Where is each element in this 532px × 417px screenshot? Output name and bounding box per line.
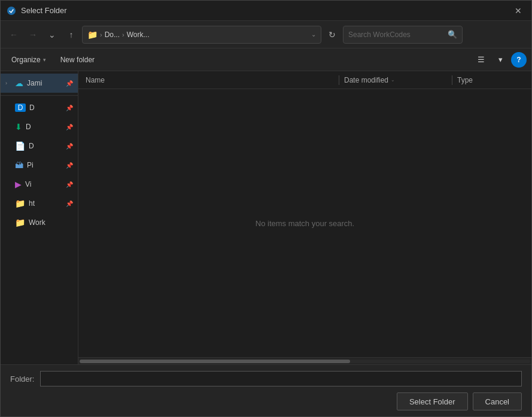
file-list-header: Name Date modified ⌄ Type	[78, 71, 531, 89]
col-sort-icon: ⌄	[391, 77, 395, 83]
nav-bar: ← → ⌄ ↑ 📁 › Do... › Work... ⌄ ↻ 🔍	[1, 21, 531, 48]
col-name-label: Name	[86, 76, 105, 84]
search-bar: 🔍	[343, 26, 463, 44]
view-dropdown-button[interactable]: ▾	[492, 51, 509, 68]
col-header-date[interactable]: Date modified ⌄	[342, 76, 449, 84]
sidebar-item-html[interactable]: 📁 ht 📌	[1, 194, 78, 213]
onedrive-icon: ☁	[15, 78, 23, 88]
view-icon: ☰	[478, 55, 485, 64]
sidebar-pictures-label: Pi	[27, 161, 62, 169]
sidebar-desktop-label: D	[29, 104, 62, 112]
sidebar-videos-label: Vi	[25, 180, 62, 188]
address-dropdown-arrow[interactable]: ⌄	[311, 31, 316, 38]
pin-icon-documents: 📌	[66, 143, 73, 150]
button-row: Select Folder Cancel	[10, 392, 522, 410]
sidebar-workcodes-label: Work	[29, 218, 73, 227]
sidebar-item-documents[interactable]: 📄 D 📌	[1, 136, 78, 156]
search-input[interactable]	[348, 31, 445, 39]
address-folder-icon: 📁	[87, 30, 98, 39]
footer: Folder: Select Folder Cancel	[1, 364, 531, 416]
sidebar-item-onedrive[interactable]: › ☁ Jami 📌	[1, 74, 78, 93]
address-bar[interactable]: 📁 › Do... › Work... ⌄	[82, 26, 321, 44]
help-button[interactable]: ?	[511, 52, 527, 68]
pin-icon: 📌	[66, 80, 73, 87]
sidebar-divider	[1, 95, 78, 96]
sidebar-item-downloads[interactable]: ⬇ D 📌	[1, 117, 78, 136]
downloads-icon: ⬇	[15, 122, 22, 132]
file-list-panel: Name Date modified ⌄ Type No items match…	[78, 71, 531, 364]
col-header-type[interactable]: Type	[455, 76, 527, 84]
horizontal-scrollbar[interactable]	[78, 357, 531, 364]
html-folder-icon: 📁	[15, 199, 25, 208]
sidebar-documents-label: D	[29, 142, 62, 150]
pin-icon-pictures: 📌	[66, 162, 73, 169]
app-icon	[7, 6, 16, 16]
scroll-track[interactable]	[80, 360, 530, 363]
toolbar: Organize ▾ New folder ☰ ▾ ?	[1, 48, 531, 71]
sidebar-onedrive-label: Jami	[27, 79, 62, 87]
expand-arrow-icon: ›	[5, 80, 11, 86]
pictures-icon: 🏔	[15, 160, 23, 170]
organize-label: Organize	[11, 56, 41, 64]
search-icon[interactable]: 🔍	[448, 30, 457, 39]
videos-icon: ▶	[15, 179, 22, 189]
workcodes-folder-icon: 📁	[15, 218, 25, 227]
dialog-window: Select Folder ✕ ← → ⌄ ↑ 📁 › Do... › Work…	[0, 0, 532, 417]
up-button[interactable]: ↑	[63, 26, 80, 43]
new-folder-label: New folder	[60, 56, 95, 64]
select-folder-button[interactable]: Select Folder	[397, 392, 468, 410]
pin-icon-downloads: 📌	[66, 124, 73, 130]
col-type-label: Type	[457, 76, 473, 84]
folder-label: Folder:	[10, 375, 34, 383]
pin-icon-html: 📌	[66, 200, 73, 207]
address-sep1: ›	[100, 31, 102, 38]
pin-icon-desktop: 📌	[66, 105, 73, 111]
cancel-button[interactable]: Cancel	[473, 392, 522, 410]
organize-button[interactable]: Organize ▾	[5, 52, 52, 68]
col-divider-1	[339, 75, 339, 85]
file-list-body: No items match your search.	[78, 89, 531, 357]
pin-icon-videos: 📌	[66, 181, 73, 188]
forward-button[interactable]: →	[25, 26, 41, 43]
dialog-title: Select Folder	[21, 6, 511, 15]
back-button[interactable]: ←	[5, 26, 22, 43]
dropdown-nav-button[interactable]: ⌄	[44, 26, 60, 43]
scroll-thumb[interactable]	[80, 360, 350, 363]
folder-input[interactable]	[40, 371, 522, 386]
title-bar: Select Folder ✕	[1, 1, 531, 21]
address-part1: Do...	[105, 31, 120, 39]
col-header-name[interactable]: Name	[83, 76, 336, 84]
documents-icon: 📄	[15, 141, 25, 151]
sidebar-item-pictures[interactable]: 🏔 Pi 📌	[1, 156, 78, 175]
view-drop-arrow: ▾	[498, 55, 503, 64]
new-folder-button[interactable]: New folder	[54, 52, 101, 68]
sidebar: › ☁ Jami 📌 D D 📌 ⬇ D 📌 📄 D	[1, 71, 78, 364]
refresh-button[interactable]: ↻	[324, 26, 341, 43]
address-part2: Work...	[127, 31, 150, 39]
sidebar-item-workcodes[interactable]: 📁 Work	[1, 213, 78, 232]
sidebar-downloads-label: D	[26, 123, 62, 131]
main-content: › ☁ Jami 📌 D D 📌 ⬇ D 📌 📄 D	[1, 71, 531, 364]
svg-point-0	[7, 7, 16, 15]
view-icon-button[interactable]: ☰	[473, 51, 490, 68]
sidebar-item-desktop[interactable]: D D 📌	[1, 98, 78, 117]
col-divider-2	[452, 75, 452, 85]
folder-row: Folder:	[10, 371, 522, 386]
sidebar-html-label: ht	[29, 199, 62, 208]
address-sep2: ›	[122, 31, 124, 38]
col-date-label: Date modified	[344, 76, 388, 84]
sidebar-item-videos[interactable]: ▶ Vi 📌	[1, 175, 78, 194]
desktop-icon: D	[15, 104, 26, 112]
organize-arrow: ▾	[43, 57, 46, 63]
close-button[interactable]: ✕	[511, 4, 525, 18]
empty-message: No items match your search.	[256, 219, 354, 228]
